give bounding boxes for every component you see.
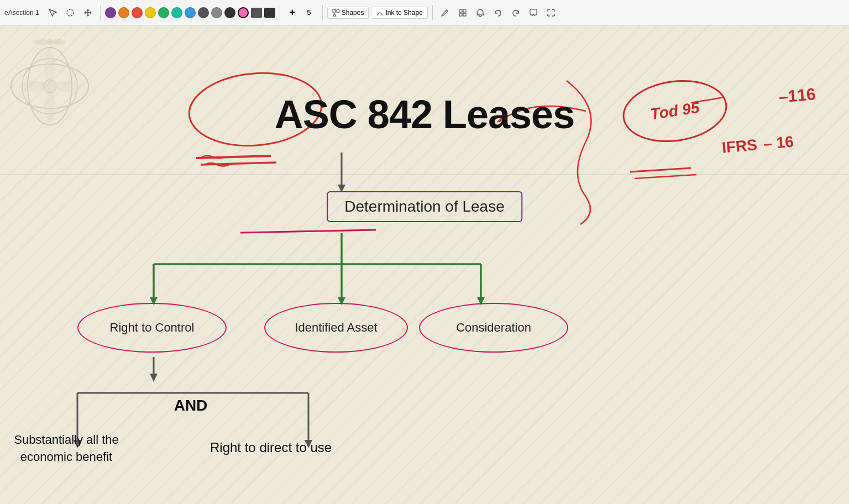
bottom-left-text: Substantially all the economic benefit [11, 432, 122, 466]
svg-point-9 [28, 48, 72, 125]
svg-line-39 [630, 168, 691, 172]
color-dark-gray[interactable] [198, 7, 209, 18]
undo-icon[interactable] [490, 5, 506, 20]
section-label: eAsection 1 [4, 9, 39, 17]
svg-rect-4 [459, 9, 462, 12]
svg-point-2 [336, 9, 339, 13]
redo-icon[interactable] [508, 5, 523, 20]
fullscreen-icon[interactable] [543, 5, 559, 20]
color-gray[interactable] [211, 7, 222, 18]
svg-marker-29 [150, 374, 158, 382]
move-icon[interactable] [80, 5, 96, 20]
right-to-control-label: Right to Control [110, 321, 195, 335]
bubble-text: Tod 95 [649, 99, 701, 123]
identified-asset-node: Identified Asset [264, 303, 408, 353]
svg-point-0 [67, 9, 74, 16]
svg-line-19 [240, 230, 376, 233]
color-black[interactable] [224, 7, 235, 18]
cursor-icon[interactable] [45, 5, 60, 20]
bottom-left-line2: economic benefit [11, 449, 122, 466]
color-pen-dark[interactable] [264, 8, 275, 18]
svg-rect-5 [463, 9, 466, 12]
svg-rect-6 [459, 13, 462, 16]
divider-4 [432, 5, 433, 20]
svg-point-12 [43, 80, 56, 93]
annotation-116: –116 [778, 85, 816, 107]
color-red[interactable] [132, 7, 143, 18]
determination-box: Determination of Lease [327, 191, 522, 222]
zoom-icon[interactable]: 5· [302, 5, 318, 20]
color-green[interactable] [158, 7, 169, 18]
annotation-ifrs: IFRS – 16 [721, 133, 794, 156]
horizontal-divider [0, 175, 849, 175]
bottom-right-text: Right to direct to use [210, 440, 332, 455]
shapes-button[interactable]: Shapes [327, 7, 369, 19]
right-to-control-node: Right to Control [77, 303, 227, 353]
svg-point-13 [47, 39, 53, 45]
ink-to-shape-button[interactable]: Ink to Shape [371, 7, 427, 19]
color-pen[interactable] [251, 8, 262, 18]
ink-to-shape-label: Ink to Shape [385, 9, 422, 17]
color-blue[interactable] [185, 7, 196, 18]
bottom-left-line1: Substantially all the [11, 432, 122, 449]
color-orange[interactable] [118, 7, 129, 18]
svg-rect-7 [463, 13, 466, 16]
add-icon[interactable]: + [285, 5, 300, 20]
bell-icon[interactable] [473, 5, 488, 20]
svg-marker-3 [333, 13, 336, 17]
floral-decoration [0, 31, 99, 141]
svg-rect-1 [333, 9, 336, 12]
svg-line-40 [635, 175, 696, 179]
color-yellow[interactable] [145, 7, 156, 18]
canvas: ASC 842 Leases Determination of Lease Ri… [0, 25, 849, 504]
divider-1 [100, 5, 101, 20]
grid-icon[interactable] [455, 5, 470, 20]
color-pink[interactable] [238, 7, 249, 18]
color-teal[interactable] [171, 7, 182, 18]
svg-point-10 [11, 64, 88, 108]
svg-point-11 [22, 59, 77, 114]
toolbar: eAsection 1 + 5· Shapes Ink to Shape [0, 0, 849, 25]
consideration-node: Consideration [419, 303, 568, 353]
export-icon[interactable] [526, 5, 541, 20]
shapes-label: Shapes [342, 9, 364, 17]
svg-line-18 [201, 162, 276, 165]
color-purple[interactable] [105, 7, 116, 18]
divider-3 [322, 5, 323, 20]
annotation-bubble: Tod 95 [619, 74, 731, 148]
pen-edit-icon[interactable] [437, 5, 453, 20]
svg-line-17 [196, 156, 271, 158]
divider-2 [280, 5, 280, 20]
main-title: ASC 842 Leases [275, 92, 574, 137]
and-label: AND [72, 397, 310, 414]
identified-asset-label: Identified Asset [295, 321, 377, 335]
consideration-label: Consideration [456, 321, 531, 335]
lasso-icon[interactable] [62, 5, 78, 20]
